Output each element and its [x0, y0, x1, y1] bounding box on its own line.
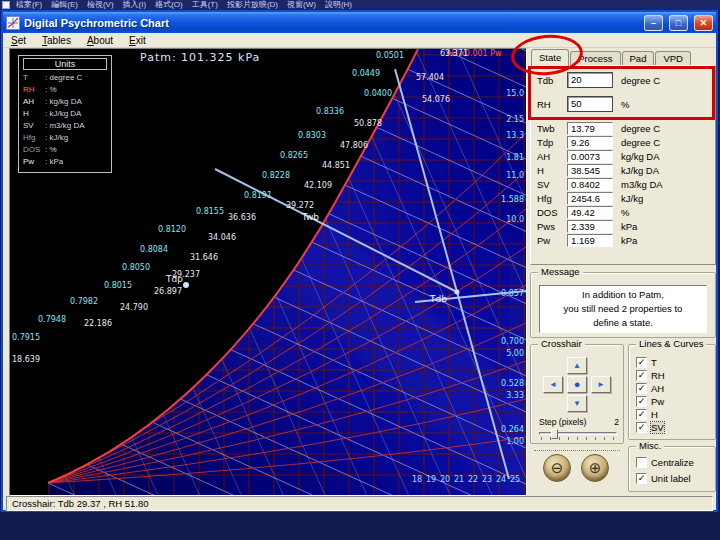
units-legend-row: DOS: % — [23, 144, 107, 156]
desktop-menu-item[interactable]: 編輯(E) — [51, 0, 78, 10]
field-label: Twb — [537, 123, 567, 134]
menu-about[interactable]: About — [79, 35, 121, 46]
field-input-tdp[interactable]: 9.26 — [567, 136, 613, 149]
units-legend-row: RH: % — [23, 84, 107, 96]
field-input-twb[interactable]: 13.79 — [567, 122, 613, 135]
message-group-title: Message — [538, 266, 583, 277]
checkbox-rh[interactable]: ✓RH — [636, 369, 665, 381]
zoom-in-button[interactable]: ⊕ — [581, 454, 609, 482]
checkbox-box[interactable]: ✓ — [636, 370, 647, 381]
menu-tables[interactable]: Tables — [34, 35, 79, 46]
menu-set[interactable]: Set — [3, 35, 34, 46]
close-button[interactable]: ✕ — [694, 15, 713, 31]
checkbox-unit-label[interactable]: ✓Unit label — [636, 472, 691, 484]
chart-label: 0.8015 — [104, 281, 132, 290]
field-input-hfg[interactable]: 2454.6 — [567, 192, 613, 205]
field-label: Tdp — [537, 137, 567, 148]
menu-exit[interactable]: Exit — [121, 35, 154, 46]
field-input-sv[interactable]: 0.8402 — [567, 178, 613, 191]
desktop-menu-item[interactable]: 檢視(V) — [87, 0, 114, 10]
right-axis-value: 0.528 — [482, 379, 524, 388]
checkbox-box[interactable]: ✓ — [636, 409, 647, 420]
crosshair-up-button[interactable]: ▲ — [567, 357, 587, 374]
menu-bar: SetTablesAboutExit — [3, 33, 716, 48]
message-line: you still need 2 properties to — [540, 302, 706, 316]
right-axis-value: 15.0 — [482, 89, 524, 98]
desktop-menu-item[interactable]: 投影片放映(D) — [227, 0, 278, 10]
tab-vpd[interactable]: VPD — [655, 51, 691, 66]
window-title: Digital Psychrometric Chart — [24, 17, 638, 29]
checkbox-label: Pw — [651, 396, 664, 407]
units-legend: Units T: degree CRH: %AH: kg/kg DAH: kJ/… — [18, 55, 112, 173]
checkbox-box[interactable]: ✓ — [636, 396, 647, 407]
checkbox-pw[interactable]: ✓Pw — [636, 395, 664, 407]
chart-label: 24.790 — [120, 303, 148, 312]
desktop-menu-item[interactable]: 格式(O) — [155, 0, 183, 10]
field-input-h[interactable]: 38.545 — [567, 164, 613, 177]
tab-pad[interactable]: Pad — [622, 51, 655, 66]
slider-thumb[interactable] — [551, 429, 558, 439]
checkbox-box[interactable]: ✓ — [636, 422, 647, 433]
chart-label: 26.897 — [154, 287, 182, 296]
chart-label: 0.7982 — [70, 297, 98, 306]
field-label: H — [537, 165, 567, 176]
x-axis-tick: 18 — [412, 475, 422, 484]
message-line: In addition to Patm, — [540, 288, 706, 302]
minimize-button[interactable]: – — [644, 15, 663, 31]
checkbox-sv[interactable]: ✓SV — [636, 421, 664, 433]
checkbox-label: RH — [651, 370, 665, 381]
checkbox-box[interactable]: ✓ — [636, 383, 647, 394]
units-legend-row: SV: m3/kg DA — [23, 120, 107, 132]
step-label: Step (pixels) — [539, 417, 586, 427]
desktop-menu-item[interactable]: 插入(I) — [123, 0, 147, 10]
tab-strip: StateProcessPadVPD — [531, 49, 692, 66]
chart-label: 22.186 — [84, 319, 112, 328]
checkbox-box[interactable] — [636, 457, 647, 468]
right-axis-value: 0.264 — [482, 425, 524, 434]
crosshair-left-button[interactable]: ◄ — [543, 376, 563, 393]
x-axis-tick: 24 — [496, 475, 506, 484]
checkbox-ah[interactable]: ✓AH — [636, 382, 664, 394]
field-input-dos[interactable]: 49.42 — [567, 206, 613, 219]
desktop-menu-item[interactable]: 視窗(W) — [287, 0, 316, 10]
desktop-menu-item[interactable]: 說明(H) — [325, 0, 352, 10]
crosshair-right-button[interactable]: ► — [591, 376, 611, 393]
chart-label: 50.878 — [354, 119, 382, 128]
step-value: 2 — [614, 417, 619, 427]
crosshair-down-button[interactable]: ▼ — [567, 395, 587, 412]
step-row: Step (pixels) 2 — [539, 417, 619, 427]
chart-label: 0.8050 — [122, 263, 150, 272]
field-unit: kg/kg DA — [621, 151, 660, 162]
field-input-pws[interactable]: 2.339 — [567, 220, 613, 233]
maximize-button[interactable]: □ — [669, 15, 688, 31]
chart-label: 0.8120 — [158, 225, 186, 234]
units-legend-title: Units — [23, 58, 107, 70]
field-unit: kJ/kg DA — [621, 165, 659, 176]
right-axis-value: 13.3 — [482, 131, 524, 140]
chart-label: 18.639 — [12, 355, 40, 364]
checkbox-box[interactable]: ✓ — [636, 357, 647, 368]
desktop-icon — [2, 1, 10, 9]
field-unit: degree C — [621, 137, 660, 148]
field-input-pw[interactable]: 1.169 — [567, 234, 613, 247]
zoom-out-button[interactable]: ⊖ — [543, 454, 571, 482]
desktop-menu-item[interactable]: 工具(T) — [192, 0, 218, 10]
desktop-menu-item[interactable]: 檔案(F) — [16, 0, 42, 10]
separator-dotted — [534, 450, 620, 451]
field-input-ah[interactable]: 0.0073 — [567, 150, 613, 163]
chart-label: 0.8228 — [262, 171, 290, 180]
checkbox-centralize[interactable]: Centralize — [636, 456, 694, 468]
tab-state[interactable]: State — [531, 49, 569, 66]
psychrometric-chart[interactable]: Patm: 101.325 kPa AH x0.001 Pw 0.050163.… — [9, 48, 527, 496]
right-axis-value: 1.588 — [482, 195, 524, 204]
x-axis-tick: 23 — [482, 475, 492, 484]
checkbox-t[interactable]: ✓T — [636, 356, 657, 368]
field-label: DOS — [537, 207, 567, 218]
chart-label: 0.0400 — [364, 89, 392, 98]
chart-label: 34.046 — [208, 233, 236, 242]
units-legend-rows: T: degree CRH: %AH: kg/kg DAH: kJ/kg DAS… — [23, 72, 107, 168]
checkbox-box[interactable]: ✓ — [636, 473, 647, 484]
step-slider[interactable] — [539, 429, 617, 440]
crosshair-center-button[interactable]: ● — [567, 376, 587, 393]
checkbox-h[interactable]: ✓H — [636, 408, 658, 420]
